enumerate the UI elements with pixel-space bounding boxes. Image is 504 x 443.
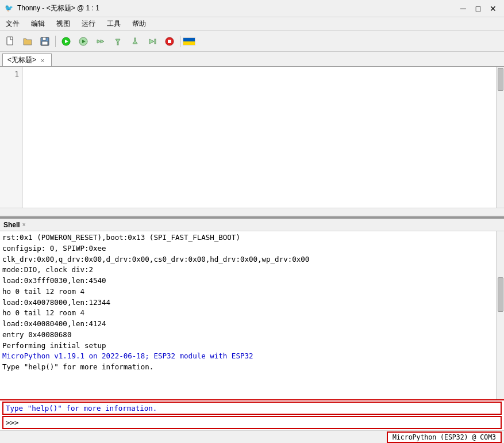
svg-marker-8 (97, 40, 101, 43)
shell-close-button[interactable]: × (22, 222, 26, 228)
shell-header: Shell × (0, 219, 504, 231)
menu-edit[interactable]: 编辑 (28, 18, 48, 30)
shell-output-line: ho 0 tail 12 room 4 (2, 287, 494, 297)
status-bar: MicroPython (ESP32) @ COM3 (0, 430, 504, 443)
maximize-button[interactable]: □ (472, 2, 484, 15)
title-bar: 🐦 Thonny - <无标题> @ 1 : 1 ─ □ ✕ (0, 0, 504, 17)
menu-tools[interactable]: 工具 (103, 18, 124, 30)
flag-yellow (183, 41, 195, 45)
title-bar-controls: ─ □ ✕ (457, 2, 499, 15)
code-editor[interactable] (23, 67, 496, 208)
editor-content: 1 (0, 67, 504, 208)
step-over-button[interactable] (93, 33, 109, 49)
editor-area: 1 (0, 67, 504, 217)
shell-output-line: load:0x40078000,len:12344 (2, 297, 494, 308)
debug-button[interactable] (75, 33, 91, 49)
svg-rect-3 (42, 41, 48, 45)
toolbar (0, 31, 504, 52)
shell-scrollbar-thumb[interactable] (498, 277, 503, 312)
stop-button[interactable] (161, 33, 178, 49)
shell-input[interactable] (21, 418, 498, 427)
menu-run[interactable]: 运行 (78, 18, 99, 30)
shell-title: Shell (3, 221, 20, 229)
shell-output-line: entry 0x40080680 (2, 330, 494, 341)
svg-marker-10 (116, 39, 120, 43)
toolbar-separator-1 (55, 36, 56, 47)
run-button[interactable] (58, 33, 74, 49)
app-icon: 🐦 (5, 4, 14, 13)
ukraine-flag-icon (183, 37, 195, 45)
shell-input-area: Type "help()" for more information. >>> (0, 399, 504, 430)
svg-rect-11 (117, 43, 118, 45)
editor-scrollbar-horizontal[interactable] (0, 208, 504, 216)
title-bar-left: 🐦 Thonny - <无标题> @ 1 : 1 (5, 3, 99, 13)
svg-rect-15 (155, 39, 156, 44)
shell-info-line: Type "help()" for more information. (2, 402, 502, 415)
svg-rect-13 (134, 38, 136, 40)
run-icon (61, 36, 71, 47)
shell-output-line: configsip: 0, SPIWP:0xee (2, 243, 494, 254)
shell-output-line: MicroPython v1.19.1 on 2022-06-18; ESP32… (2, 351, 494, 362)
shell-output-line: clk_drv:0x00,q_drv:0x00,d_drv:0x00,cs0_d… (2, 254, 494, 265)
resume-button[interactable] (144, 33, 160, 49)
save-file-button[interactable] (37, 33, 53, 49)
shell-output-line: load:0x3fff0030,len:4540 (2, 276, 494, 287)
shell-output-line: ho 0 tail 12 room 4 (2, 308, 494, 319)
line-number-1: 1 (0, 69, 22, 79)
new-file-icon (5, 36, 16, 47)
svg-rect-2 (43, 37, 46, 40)
shell-output-line: rst:0x1 (POWERON_RESET),boot:0x13 (SPI_F… (2, 232, 494, 243)
shell-prompt-symbol: >>> (6, 418, 19, 427)
tab-label: <无标题> (7, 55, 36, 65)
svg-rect-0 (7, 37, 13, 45)
tab-bar: <无标题> × (0, 52, 504, 67)
step-into-button[interactable] (110, 33, 126, 49)
editor-scrollbar-vertical[interactable] (496, 67, 504, 208)
window-title: Thonny - <无标题> @ 1 : 1 (17, 3, 99, 13)
editor-scrollbar-thumb[interactable] (498, 68, 503, 91)
shell-output-line: load:0x40080400,len:4124 (2, 319, 494, 330)
svg-rect-17 (168, 40, 171, 43)
svg-marker-14 (149, 39, 154, 44)
open-file-button[interactable] (20, 33, 36, 49)
shell-output-line: Performing initial setup (2, 341, 494, 352)
minimize-button[interactable]: ─ (457, 2, 470, 15)
menu-help[interactable]: 帮助 (129, 18, 149, 30)
menu-file[interactable]: 文件 (2, 18, 23, 30)
svg-marker-9 (101, 40, 104, 43)
tab-close-button[interactable]: × (39, 56, 47, 64)
editor-tab[interactable]: <无标题> × (2, 54, 52, 66)
connection-status-badge: MicroPython (ESP32) @ COM3 (387, 431, 502, 443)
toolbar-separator-2 (180, 36, 180, 47)
step-out-button[interactable] (127, 33, 143, 49)
resume-icon (147, 36, 157, 47)
new-file-button[interactable] (2, 33, 18, 49)
step-into-icon (113, 36, 123, 47)
menu-bar: 文件 编辑 视图 运行 工具 帮助 (0, 17, 504, 31)
close-button[interactable]: ✕ (487, 2, 499, 15)
menu-view[interactable]: 视图 (53, 18, 74, 30)
shell-output[interactable]: rst:0x1 (POWERON_RESET),boot:0x13 (SPI_F… (0, 231, 496, 399)
open-icon (22, 36, 33, 47)
svg-marker-12 (133, 40, 137, 44)
shell-area: Shell × rst:0x1 (POWERON_RESET),boot:0x1… (0, 217, 504, 430)
step-over-icon (95, 36, 106, 47)
shell-content: rst:0x1 (POWERON_RESET),boot:0x13 (SPI_F… (0, 231, 504, 399)
step-out-icon (130, 36, 140, 47)
stop-icon (164, 36, 175, 47)
shell-output-line: mode:DIO, clock div:2 (2, 265, 494, 276)
shell-scrollbar-vertical[interactable] (496, 231, 504, 399)
save-icon (40, 36, 50, 47)
shell-output-line: Type "help()" for more information. (2, 362, 494, 373)
debug-icon (78, 36, 89, 47)
line-numbers: 1 (0, 67, 23, 208)
shell-prompt-line[interactable]: >>> (2, 416, 502, 429)
